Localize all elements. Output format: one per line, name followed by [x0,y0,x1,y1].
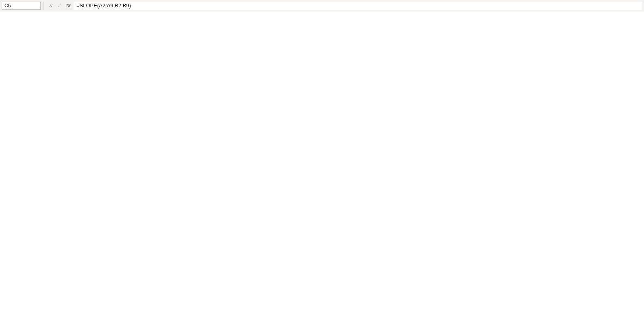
name-box-container: ▼ [2,2,41,10]
cancel-icon[interactable]: ✕ [46,2,55,10]
formula-bar: ▼ ✕ ✓ fx [0,0,644,11]
enter-icon[interactable]: ✓ [55,2,64,10]
fx-icon[interactable]: fx [64,2,73,10]
formula-input[interactable] [74,2,642,10]
separator [43,2,44,10]
